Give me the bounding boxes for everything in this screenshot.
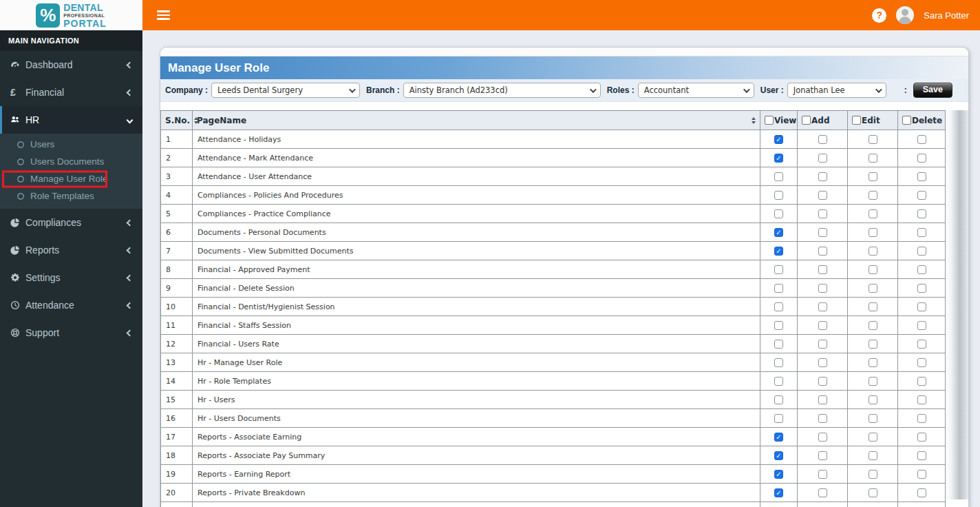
sidebar-subitem-users-documents[interactable]: Users Documents xyxy=(0,153,142,170)
edit-checkbox[interactable] xyxy=(869,358,877,367)
edit-checkbox[interactable] xyxy=(869,172,877,181)
add-checkbox[interactable] xyxy=(818,135,827,144)
edit-checkbox[interactable] xyxy=(869,395,877,404)
add-checkbox[interactable] xyxy=(818,321,827,330)
delete-checkbox[interactable] xyxy=(917,321,926,330)
delete-checkbox[interactable] xyxy=(917,284,926,293)
sort-icon[interactable] xyxy=(752,117,756,124)
add-checkbox[interactable] xyxy=(818,340,827,349)
delete-checkbox[interactable] xyxy=(917,414,926,423)
add-checkbox[interactable] xyxy=(818,433,827,442)
add-checkbox[interactable] xyxy=(818,209,827,218)
edit-checkbox[interactable] xyxy=(869,209,877,218)
add-checkbox[interactable] xyxy=(818,265,827,274)
add-checkbox[interactable] xyxy=(818,284,827,293)
select-all-delete-checkbox[interactable] xyxy=(902,116,911,125)
view-checkbox[interactable] xyxy=(774,377,783,386)
view-checkbox[interactable] xyxy=(774,414,783,423)
add-checkbox[interactable] xyxy=(818,154,827,163)
delete-checkbox[interactable] xyxy=(917,135,926,144)
view-checkbox[interactable] xyxy=(774,265,783,274)
delete-checkbox[interactable] xyxy=(917,247,926,256)
delete-checkbox[interactable] xyxy=(917,209,926,218)
view-checkbox[interactable]: ✓ xyxy=(774,451,783,460)
edit-checkbox[interactable] xyxy=(869,433,877,442)
add-checkbox[interactable] xyxy=(818,247,827,256)
edit-checkbox[interactable] xyxy=(869,470,877,479)
add-checkbox[interactable] xyxy=(818,358,827,367)
edit-checkbox[interactable] xyxy=(869,377,877,386)
sidebar-item-support[interactable]: Support xyxy=(0,319,142,346)
sidebar-item-reports[interactable]: Reports xyxy=(0,236,142,264)
view-checkbox[interactable] xyxy=(774,358,783,367)
view-checkbox[interactable] xyxy=(774,395,783,404)
sidebar-item-dashboard[interactable]: Dashboard xyxy=(0,51,142,79)
edit-checkbox[interactable] xyxy=(869,135,877,144)
view-checkbox[interactable]: ✓ xyxy=(774,154,783,163)
sidebar-item-settings[interactable]: Settings xyxy=(0,264,142,291)
view-checkbox[interactable]: ✓ xyxy=(774,247,783,256)
branch-select[interactable]: Ainsty Branch (Ad233cd) xyxy=(403,83,601,98)
avatar[interactable] xyxy=(896,6,914,24)
add-checkbox[interactable] xyxy=(818,395,827,404)
company-select[interactable]: Leeds Dental Surgery xyxy=(211,83,360,98)
delete-checkbox[interactable] xyxy=(917,154,926,163)
view-checkbox[interactable] xyxy=(774,191,783,200)
delete-checkbox[interactable] xyxy=(917,433,926,442)
edit-checkbox[interactable] xyxy=(869,321,877,330)
edit-checkbox[interactable] xyxy=(869,451,877,460)
delete-checkbox[interactable] xyxy=(917,358,926,367)
view-checkbox[interactable] xyxy=(774,209,783,218)
delete-checkbox[interactable] xyxy=(917,191,926,200)
add-checkbox[interactable] xyxy=(818,377,827,386)
sidebar-subitem-manage-user-role[interactable]: Manage User Role xyxy=(0,170,142,187)
user-select[interactable]: Jonathan Lee xyxy=(787,83,886,98)
brand-logo[interactable]: % DENTAL PROFESSIONAL PORTAL xyxy=(0,0,142,30)
delete-checkbox[interactable] xyxy=(917,451,926,460)
edit-checkbox[interactable] xyxy=(869,154,877,163)
hamburger-menu-icon[interactable] xyxy=(157,10,170,20)
help-icon[interactable]: ? xyxy=(872,8,886,23)
delete-checkbox[interactable] xyxy=(917,172,926,181)
add-checkbox[interactable] xyxy=(818,488,827,497)
sidebar-item-compliances[interactable]: Compliances xyxy=(0,209,142,236)
add-checkbox[interactable] xyxy=(818,228,827,237)
sidebar-item-hr[interactable]: HR xyxy=(0,106,142,134)
edit-checkbox[interactable] xyxy=(869,284,877,293)
edit-checkbox[interactable] xyxy=(869,414,877,423)
edit-checkbox[interactable] xyxy=(869,191,877,200)
edit-checkbox[interactable] xyxy=(869,302,877,311)
select-all-edit-checkbox[interactable] xyxy=(852,116,861,125)
add-checkbox[interactable] xyxy=(818,302,827,311)
edit-checkbox[interactable] xyxy=(869,488,877,497)
user-name[interactable]: Sara Potter xyxy=(924,10,969,21)
view-checkbox[interactable] xyxy=(774,172,783,181)
delete-checkbox[interactable] xyxy=(917,395,926,404)
edit-checkbox[interactable] xyxy=(869,265,877,274)
view-checkbox[interactable]: ✓ xyxy=(774,488,783,497)
add-checkbox[interactable] xyxy=(818,191,827,200)
delete-checkbox[interactable] xyxy=(917,377,926,386)
sidebar-subitem-users[interactable]: Users xyxy=(0,136,142,153)
view-checkbox[interactable]: ✓ xyxy=(774,470,783,479)
view-checkbox[interactable] xyxy=(774,321,783,330)
add-checkbox[interactable] xyxy=(818,470,827,479)
delete-checkbox[interactable] xyxy=(917,228,926,237)
panel-scrollbar[interactable] xyxy=(946,110,968,499)
add-checkbox[interactable] xyxy=(818,451,827,460)
select-all-view-checkbox[interactable] xyxy=(765,116,774,125)
view-checkbox[interactable] xyxy=(774,340,783,349)
view-checkbox[interactable] xyxy=(774,302,783,311)
add-checkbox[interactable] xyxy=(818,414,827,423)
delete-checkbox[interactable] xyxy=(917,340,926,349)
delete-checkbox[interactable] xyxy=(917,265,926,274)
delete-checkbox[interactable] xyxy=(917,488,926,497)
edit-checkbox[interactable] xyxy=(869,340,877,349)
view-checkbox[interactable]: ✓ xyxy=(774,433,783,442)
sidebar-item-financial[interactable]: £Financial xyxy=(0,79,142,106)
edit-checkbox[interactable] xyxy=(869,247,877,256)
sidebar-item-attendance[interactable]: Attendance xyxy=(0,291,142,319)
select-all-add-checkbox[interactable] xyxy=(802,116,811,125)
delete-checkbox[interactable] xyxy=(917,302,926,311)
sidebar-subitem-role-templates[interactable]: Role Templates xyxy=(0,187,142,205)
